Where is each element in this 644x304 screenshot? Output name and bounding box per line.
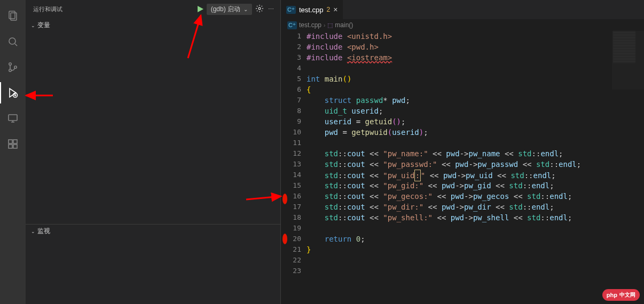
svg-point-5: [14, 66, 17, 68]
line-number: 13: [288, 159, 301, 170]
breakpoint-dot[interactable]: [282, 194, 287, 204]
code-line[interactable]: #include <unistd.h>: [307, 31, 612, 42]
watermark-brand: php: [607, 292, 617, 298]
code-line[interactable]: return 0;: [307, 234, 612, 244]
sidebar-header: 运行和调试 (gdb) 启动 ⌄ ⋯: [26, 0, 280, 19]
tab-bar: C⁺ test.cpp 2 ×: [281, 0, 644, 19]
cpp-file-icon: C⁺: [286, 6, 296, 14]
line-number: 5: [288, 74, 301, 84]
variables-section-header[interactable]: ⌄ 变量: [26, 19, 280, 32]
line-number: 2: [288, 42, 301, 52]
breadcrumb-file[interactable]: test.cpp: [299, 21, 321, 29]
sidebar-title: 运行和调试: [33, 5, 62, 13]
line-number: 22: [288, 255, 301, 266]
code-line[interactable]: std::cout << "pw_passwd:" << pwd->pw_pas…: [307, 159, 612, 170]
code-editor[interactable]: 1234567891011121314151617181920212223 #i…: [281, 31, 644, 304]
editor-tab[interactable]: C⁺ test.cpp 2 ×: [281, 0, 343, 19]
code-line[interactable]: userid = getuid();: [307, 116, 612, 127]
chevron-right-icon: ›: [324, 22, 325, 28]
watch-area: ⌄ 监视: [26, 224, 280, 304]
minimap[interactable]: [612, 31, 644, 304]
tab-warning-count: 2: [326, 6, 330, 13]
breakpoint-gutter[interactable]: [281, 31, 288, 304]
breadcrumb-symbol[interactable]: main(): [335, 21, 353, 29]
svg-rect-9: [9, 145, 12, 148]
close-icon[interactable]: ×: [333, 5, 337, 14]
line-number: 19: [288, 223, 301, 234]
code-line[interactable]: std::cout << "pw_name:" << pwd->pw_name …: [307, 148, 612, 159]
search-icon[interactable]: [0, 31, 26, 52]
code-line[interactable]: [307, 63, 612, 74]
line-number: 1: [288, 31, 301, 42]
line-number: 12: [288, 148, 301, 159]
code-line[interactable]: [307, 255, 612, 266]
chevron-down-icon: ⌄: [31, 23, 35, 28]
code-line[interactable]: {: [307, 84, 612, 95]
svg-rect-1: [11, 13, 17, 20]
line-number: 23: [288, 266, 301, 276]
debug-sidebar: 运行和调试 (gdb) 启动 ⌄ ⋯ ⌄ 变量 ⌄ 监视: [26, 0, 281, 304]
code-line[interactable]: [307, 138, 612, 148]
gear-icon[interactable]: [254, 3, 265, 15]
code-line[interactable]: pwd = getpwuid(userid);: [307, 127, 612, 138]
code-line[interactable]: #include <pwd.h>: [307, 42, 612, 52]
code-line[interactable]: std::cout << "pw_gid:" << pwd->pw_gid <<…: [307, 180, 612, 191]
code-line[interactable]: std::cout << "pw_shell:" << pwd->pw_shel…: [307, 212, 612, 223]
code-line[interactable]: }: [307, 244, 612, 255]
symbol-function-icon: ⬚: [327, 22, 333, 29]
debug-config-dropdown[interactable]: (gdb) 启动 ⌄: [207, 4, 252, 15]
line-number: 21: [288, 244, 301, 255]
svg-rect-0: [9, 11, 15, 19]
line-number: 20: [288, 234, 301, 244]
line-number: 7: [288, 95, 301, 106]
code-line[interactable]: int main(): [307, 74, 612, 84]
code-line[interactable]: #include <iostream>: [307, 52, 612, 63]
line-number: 10: [288, 127, 301, 138]
watch-label: 监视: [37, 227, 50, 236]
debug-config-label: (gdb) 启动: [211, 5, 240, 14]
start-debug-button[interactable]: [196, 5, 205, 13]
line-number: 17: [288, 202, 301, 212]
line-number: 15: [288, 180, 301, 191]
editor-pane: C⁺ test.cpp 2 × C⁺ test.cpp › ⬚ main() 1…: [281, 0, 644, 304]
code-lines[interactable]: #include <unistd.h>#include <pwd.h>#incl…: [307, 31, 612, 304]
breakpoint-dot[interactable]: [282, 234, 287, 244]
extensions-icon[interactable]: [0, 133, 26, 155]
minimap-slider[interactable]: [612, 31, 644, 90]
line-number: 4: [288, 63, 301, 74]
scm-icon[interactable]: [0, 57, 26, 78]
line-number: 3: [288, 52, 301, 63]
code-line[interactable]: uid_t userid;: [307, 106, 612, 116]
variables-label: 变量: [37, 21, 50, 30]
chevron-down-icon: ⌄: [244, 6, 248, 12]
run-debug-icon[interactable]: [0, 82, 26, 103]
cpp-file-icon: C⁺: [287, 21, 297, 29]
code-line[interactable]: std::cout << "pw_dir:" << pwd->pw_dir <<…: [307, 202, 612, 212]
line-number-gutter: 1234567891011121314151617181920212223: [288, 31, 307, 304]
chevron-down-icon: ⌄: [31, 229, 35, 234]
line-number: 6: [288, 84, 301, 95]
watermark-site: 中文网: [619, 291, 635, 299]
svg-rect-11: [13, 140, 17, 143]
more-icon[interactable]: ⋯: [267, 5, 275, 14]
line-number: 16: [288, 191, 301, 202]
watch-section-header[interactable]: ⌄ 监视: [26, 225, 280, 238]
code-line[interactable]: std::cout << "pw_gecos:" << pwd->pw_geco…: [307, 191, 612, 202]
code-line[interactable]: [307, 223, 612, 234]
explorer-icon[interactable]: [0, 5, 26, 27]
code-line[interactable]: [307, 266, 612, 276]
svg-point-2: [9, 38, 15, 44]
breadcrumb[interactable]: C⁺ test.cpp › ⬚ main(): [281, 19, 644, 31]
remote-icon[interactable]: [0, 108, 26, 129]
activity-bar: [0, 0, 26, 304]
svg-rect-8: [9, 140, 12, 143]
svg-rect-7: [9, 115, 17, 121]
code-line[interactable]: struct passwd* pwd;: [307, 95, 612, 106]
code-line[interactable]: std::cout << "pw_uid:" << pwd->pw_uid <<…: [307, 170, 612, 180]
line-number: 18: [288, 212, 301, 223]
line-number: 9: [288, 116, 301, 127]
svg-point-12: [258, 7, 261, 10]
line-number: 11: [288, 138, 301, 148]
svg-point-4: [9, 69, 11, 71]
line-number: 8: [288, 106, 301, 116]
